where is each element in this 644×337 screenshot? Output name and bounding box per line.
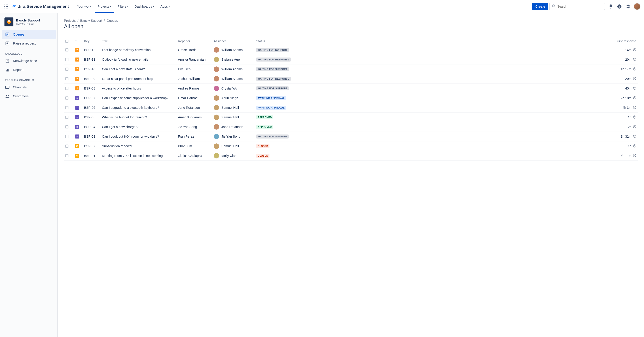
table-row[interactable]: ≡BSP-05What is the budget for training?A… bbox=[64, 113, 638, 122]
issue-title[interactable]: Subscription renewal bbox=[100, 141, 177, 151]
table-row[interactable]: ?BSP-12Lost badge at rocketry convention… bbox=[64, 45, 638, 55]
sidebar-item-raise-a-request[interactable]: Raise a request bbox=[2, 39, 56, 48]
sidebar-item-reports[interactable]: Reports bbox=[2, 65, 56, 74]
svg-line-10 bbox=[554, 7, 555, 8]
assignee[interactable]: Arjun Singh bbox=[214, 95, 254, 101]
search-input[interactable] bbox=[557, 5, 602, 8]
issue-title[interactable]: Can I upgrade to a bluetooth keyboard? bbox=[100, 103, 177, 113]
clock-icon bbox=[633, 115, 636, 120]
assignee[interactable]: Crystal Wu bbox=[214, 86, 254, 91]
issue-title[interactable]: Can I get a new charger? bbox=[100, 122, 177, 132]
table-row[interactable]: ≡BSP-07Can I expense some supplies for a… bbox=[64, 93, 638, 103]
assignee[interactable]: Jane Rotanson bbox=[214, 124, 254, 130]
nav-item-your-work[interactable]: Your work bbox=[74, 1, 94, 12]
row-checkbox[interactable] bbox=[65, 68, 68, 71]
assignee[interactable]: William Adams bbox=[214, 76, 254, 82]
table-row[interactable]: ?BSP-09Lunar solar panel procurement hel… bbox=[64, 74, 638, 84]
issue-type-icon: ≡ bbox=[75, 135, 79, 139]
settings-icon[interactable] bbox=[625, 4, 630, 9]
sidebar-item-knowledge-base[interactable]: Knowledge base bbox=[2, 56, 56, 65]
row-checkbox[interactable] bbox=[65, 125, 68, 128]
assignee[interactable]: Samuel Hall bbox=[214, 115, 254, 120]
row-checkbox[interactable] bbox=[65, 116, 68, 119]
assignee[interactable]: Stefanie Auer bbox=[214, 57, 254, 62]
help-icon[interactable]: ? bbox=[617, 4, 622, 9]
assignee[interactable]: William Adams bbox=[214, 67, 254, 72]
row-checkbox[interactable] bbox=[65, 48, 68, 52]
table-row[interactable]: ≡BSP-04Can I get a new charger?Jie Yan S… bbox=[64, 122, 638, 132]
sidebar-item-queues[interactable]: Queues bbox=[2, 30, 56, 39]
kb-icon bbox=[5, 58, 10, 63]
issue-title[interactable]: Can I book out 8-04 room for two days? bbox=[100, 132, 177, 141]
issue-key[interactable]: BSP-10 bbox=[83, 65, 100, 74]
col-status[interactable]: Status bbox=[255, 38, 298, 45]
nav-item-filters[interactable]: Filters▾ bbox=[115, 1, 131, 12]
table-row[interactable]: ≡BSP-06Can I upgrade to a bluetooth keyb… bbox=[64, 103, 638, 113]
app-switcher-icon[interactable] bbox=[4, 4, 9, 9]
nav-item-projects[interactable]: Projects▾ bbox=[95, 1, 114, 12]
notifications-icon[interactable] bbox=[608, 4, 614, 9]
project-header[interactable]: Bancly Support Service Project bbox=[2, 18, 56, 30]
table-row[interactable]: ?BSP-11Outlook isn't loading new emailsA… bbox=[64, 55, 638, 65]
col-assignee[interactable]: Assignee bbox=[212, 38, 255, 45]
issue-title[interactable]: Can I expense some supplies for a worksh… bbox=[100, 93, 177, 103]
nav-item-apps[interactable]: Apps▾ bbox=[158, 1, 172, 12]
col-type[interactable]: T bbox=[74, 38, 83, 45]
col-key[interactable]: Key bbox=[83, 38, 100, 45]
table-row[interactable]: ✉BSP-01Meeting room 7-32 is sceen is not… bbox=[64, 151, 638, 161]
row-checkbox[interactable] bbox=[65, 106, 68, 109]
row-checkbox[interactable] bbox=[65, 154, 68, 157]
assignee-name: Arjun Singh bbox=[222, 96, 238, 100]
sidebar-item-customers[interactable]: Customers bbox=[2, 92, 56, 101]
assignee[interactable]: Jie Yan Song bbox=[214, 134, 254, 139]
row-checkbox[interactable] bbox=[65, 87, 68, 90]
assignee[interactable]: Samuel Hall bbox=[214, 143, 254, 149]
issue-title[interactable]: Access to office after hours bbox=[100, 84, 177, 93]
assignee[interactable]: Molly Clark bbox=[214, 153, 254, 158]
nav-item-dashboards[interactable]: Dashboards▾ bbox=[132, 1, 157, 12]
sidebar-item-channels[interactable]: Channels bbox=[2, 83, 56, 92]
user-avatar[interactable] bbox=[634, 3, 640, 10]
issue-key[interactable]: BSP-09 bbox=[83, 74, 100, 84]
issue-title[interactable]: What is the budget for training? bbox=[100, 113, 177, 122]
row-checkbox[interactable] bbox=[65, 96, 68, 100]
issue-title[interactable]: Meeting room 7-32 is sceen is not workin… bbox=[100, 151, 177, 161]
issue-title[interactable]: Can I get a new staff ID card? bbox=[100, 65, 177, 74]
issue-key[interactable]: BSP-05 bbox=[83, 113, 100, 122]
issue-key[interactable]: BSP-11 bbox=[83, 55, 100, 65]
issue-title[interactable]: Lunar solar panel procurement help bbox=[100, 74, 177, 84]
breadcrumb-item[interactable]: Bancly Support bbox=[80, 19, 102, 22]
row-checkbox[interactable] bbox=[65, 135, 68, 138]
svg-line-57 bbox=[634, 127, 635, 127]
table-row[interactable]: ✉BSP-02Subscription renewalPhan KimSamue… bbox=[64, 141, 638, 151]
create-button[interactable]: Create bbox=[532, 3, 548, 10]
breadcrumb-item[interactable]: Queues bbox=[107, 19, 118, 22]
col-reporter[interactable]: Reporter bbox=[177, 38, 212, 45]
issue-title[interactable]: Lost badge at rocketry convention bbox=[100, 45, 177, 55]
product-logo[interactable]: Jira Service Management bbox=[12, 4, 69, 9]
table-row[interactable]: ≡BSP-03Can I book out 8-04 room for two … bbox=[64, 132, 638, 141]
breadcrumb-item[interactable]: Projects bbox=[64, 19, 76, 22]
col-title[interactable]: Title bbox=[100, 38, 177, 45]
row-checkbox[interactable] bbox=[65, 77, 68, 80]
assignee[interactable]: William Adams bbox=[214, 47, 254, 53]
issue-key[interactable]: BSP-08 bbox=[83, 84, 100, 93]
issue-key[interactable]: BSP-02 bbox=[83, 141, 100, 151]
clock-icon bbox=[633, 144, 636, 148]
issue-key[interactable]: BSP-12 bbox=[83, 45, 100, 55]
issue-key[interactable]: BSP-03 bbox=[83, 132, 100, 141]
col-first-response[interactable]: First response bbox=[298, 38, 638, 45]
table-row[interactable]: ?BSP-10Can I get a new staff ID card?Eva… bbox=[64, 65, 638, 74]
table-row[interactable]: ?BSP-08Access to office after hoursAndre… bbox=[64, 84, 638, 93]
row-checkbox[interactable] bbox=[65, 58, 68, 61]
search-box[interactable] bbox=[549, 3, 605, 10]
issue-key[interactable]: BSP-06 bbox=[83, 103, 100, 113]
issue-title[interactable]: Outlook isn't loading new emails bbox=[100, 55, 177, 65]
row-checkbox[interactable] bbox=[65, 145, 68, 148]
assignee[interactable]: Samuel Hall bbox=[214, 105, 254, 110]
issue-key[interactable]: BSP-04 bbox=[83, 122, 100, 132]
issue-type-icon: ≡ bbox=[75, 106, 79, 110]
issue-key[interactable]: BSP-07 bbox=[83, 93, 100, 103]
issue-key[interactable]: BSP-01 bbox=[83, 151, 100, 161]
select-all-checkbox[interactable] bbox=[65, 40, 68, 43]
